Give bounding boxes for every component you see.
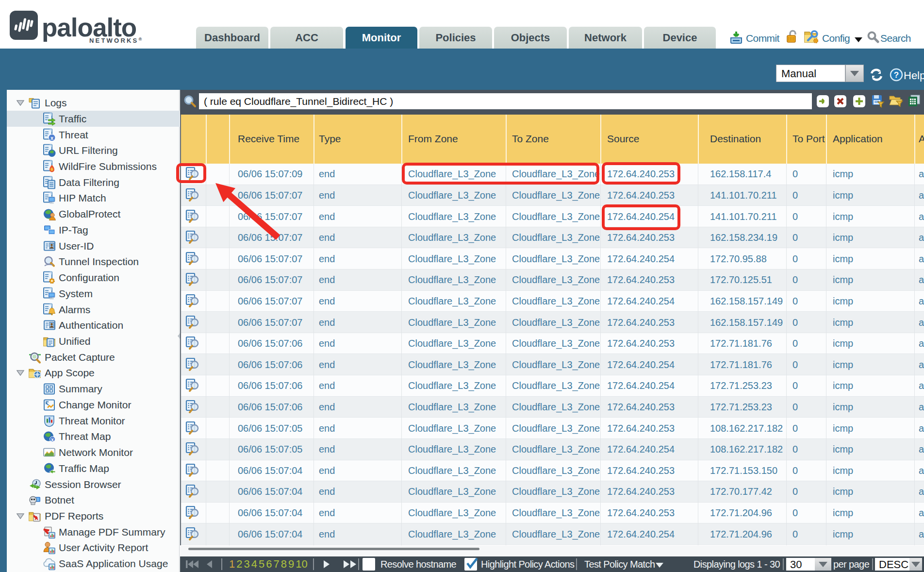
svg-text:?: ?: [894, 70, 899, 80]
svg-text:A: A: [34, 516, 38, 521]
svg-text:x: x: [50, 135, 54, 140]
svg-text:x: x: [51, 437, 54, 442]
